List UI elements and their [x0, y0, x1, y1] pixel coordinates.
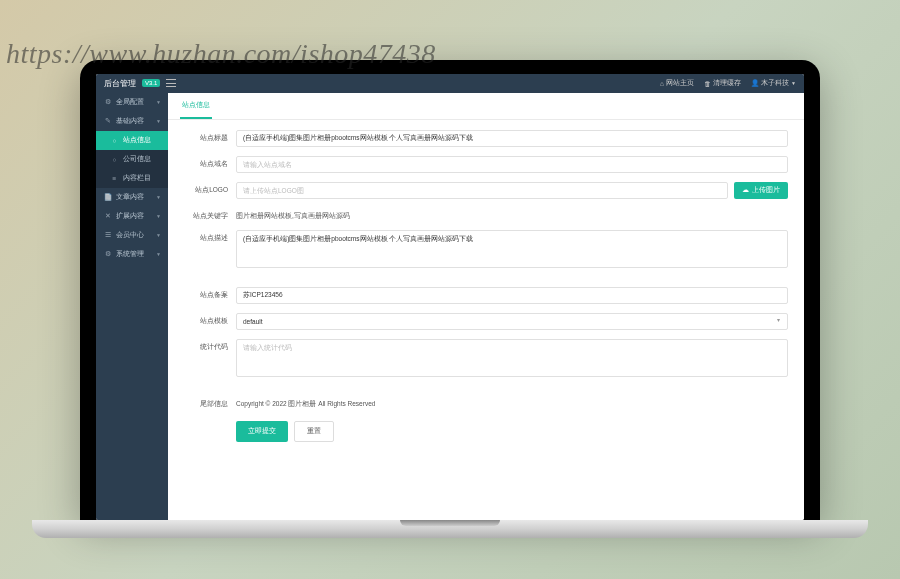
site-form: 站点标题 站点域名 站点LOGO ☁ 上传图片 — [168, 120, 804, 452]
domain-label: 站点域名 — [184, 156, 236, 169]
sidebar-icon: ≡ — [110, 175, 119, 182]
clear-cache-link[interactable]: 🗑 清理缓存 — [704, 79, 741, 88]
laptop-notch — [400, 520, 500, 526]
user-icon: 👤 — [751, 79, 759, 87]
user-label: 木子科技 — [761, 79, 789, 88]
sidebar-icon: ○ — [110, 137, 119, 144]
domain-input[interactable] — [236, 156, 788, 173]
sidebar-item-6[interactable]: ✕扩展内容▼ — [96, 207, 168, 226]
sidebar-item-label: 会员中心 — [116, 231, 156, 240]
sidebar-icon: ✎ — [103, 117, 112, 125]
upload-button[interactable]: ☁ 上传图片 — [734, 182, 788, 199]
sidebar-item-label: 文章内容 — [116, 193, 156, 202]
sidebar-item-label: 系统管理 — [116, 250, 156, 259]
chevron-down-icon: ▼ — [156, 213, 161, 219]
home-icon: ⌂ — [660, 80, 664, 87]
topbar: 后台管理 V3.1 ⌂ 网站主页 🗑 清理缓存 👤 木子科技 ▼ — [96, 74, 804, 93]
icp-input[interactable] — [236, 287, 788, 304]
upload-button-label: 上传图片 — [752, 186, 780, 195]
stats-input[interactable] — [236, 339, 788, 377]
sidebar-item-label: 站点信息 — [123, 136, 161, 145]
clear-cache-label: 清理缓存 — [713, 79, 741, 88]
user-menu[interactable]: 👤 木子科技 ▼ — [751, 79, 796, 88]
chevron-down-icon: ▼ — [156, 194, 161, 200]
version-badge: V3.1 — [142, 79, 160, 87]
home-link-label: 网站主页 — [666, 79, 694, 88]
sidebar-item-2[interactable]: ○站点信息 — [96, 131, 168, 150]
chevron-down-icon: ▼ — [791, 80, 796, 86]
sidebar-item-label: 基础内容 — [116, 117, 156, 126]
laptop-frame: 后台管理 V3.1 ⌂ 网站主页 🗑 清理缓存 👤 木子科技 ▼ — [80, 60, 820, 520]
brand-title: 后台管理 — [104, 78, 136, 89]
sidebar-item-3[interactable]: ○公司信息 — [96, 150, 168, 169]
sidebar-icon: ○ — [110, 156, 119, 163]
logo-input[interactable] — [236, 182, 728, 199]
sidebar: ⚙全局配置▼✎基础内容▼○站点信息○公司信息≡内容栏目📄文章内容▼✕扩展内容▼☰… — [96, 93, 168, 520]
sidebar-item-1[interactable]: ✎基础内容▼ — [96, 112, 168, 131]
menu-toggle-icon[interactable] — [166, 79, 176, 87]
chevron-down-icon: ▼ — [156, 118, 161, 124]
copyright-value: Copyright © 2022 图片相册 All Rights Reserve… — [236, 396, 788, 409]
sidebar-icon: ✕ — [103, 212, 112, 220]
chevron-down-icon: ▼ — [156, 99, 161, 105]
keywords-label: 站点关键字 — [184, 208, 236, 221]
template-select[interactable] — [236, 313, 788, 330]
sidebar-item-label: 扩展内容 — [116, 212, 156, 221]
home-link[interactable]: ⌂ 网站主页 — [660, 79, 694, 88]
copyright-label: 尾部信息 — [184, 396, 236, 409]
logo-label: 站点LOGO — [184, 182, 236, 195]
sidebar-item-5[interactable]: 📄文章内容▼ — [96, 188, 168, 207]
sidebar-item-0[interactable]: ⚙全局配置▼ — [96, 93, 168, 112]
title-label: 站点标题 — [184, 130, 236, 143]
laptop-base — [32, 520, 868, 538]
desc-input[interactable] — [236, 230, 788, 268]
chevron-down-icon: ▼ — [156, 251, 161, 257]
sidebar-icon: ⚙ — [103, 250, 112, 258]
title-input[interactable] — [236, 130, 788, 147]
sidebar-icon: ⚙ — [103, 98, 112, 106]
sidebar-item-label: 公司信息 — [123, 155, 161, 164]
sidebar-item-8[interactable]: ⚙系统管理▼ — [96, 245, 168, 264]
cloud-upload-icon: ☁ — [742, 186, 749, 194]
keywords-value: 图片相册网站模板,写真画册网站源码 — [236, 208, 788, 221]
template-label: 站点模板 — [184, 313, 236, 326]
sidebar-item-label: 内容栏目 — [123, 174, 161, 183]
reset-button[interactable]: 重置 — [294, 421, 334, 442]
sidebar-item-7[interactable]: ☰会员中心▼ — [96, 226, 168, 245]
sidebar-item-4[interactable]: ≡内容栏目 — [96, 169, 168, 188]
stats-label: 统计代码 — [184, 339, 236, 352]
desc-label: 站点描述 — [184, 230, 236, 243]
main-content: 站点信息 站点标题 站点域名 站点LOGO — [168, 93, 804, 520]
trash-icon: 🗑 — [704, 80, 711, 87]
screen: 后台管理 V3.1 ⌂ 网站主页 🗑 清理缓存 👤 木子科技 ▼ — [96, 74, 804, 520]
icp-label: 站点备案 — [184, 287, 236, 300]
sidebar-item-label: 全局配置 — [116, 98, 156, 107]
tab-site-info[interactable]: 站点信息 — [180, 93, 212, 119]
submit-button[interactable]: 立即提交 — [236, 421, 288, 442]
sidebar-icon: 📄 — [103, 193, 112, 201]
chevron-down-icon: ▼ — [156, 232, 161, 238]
tab-bar: 站点信息 — [168, 93, 804, 120]
sidebar-icon: ☰ — [103, 231, 112, 239]
